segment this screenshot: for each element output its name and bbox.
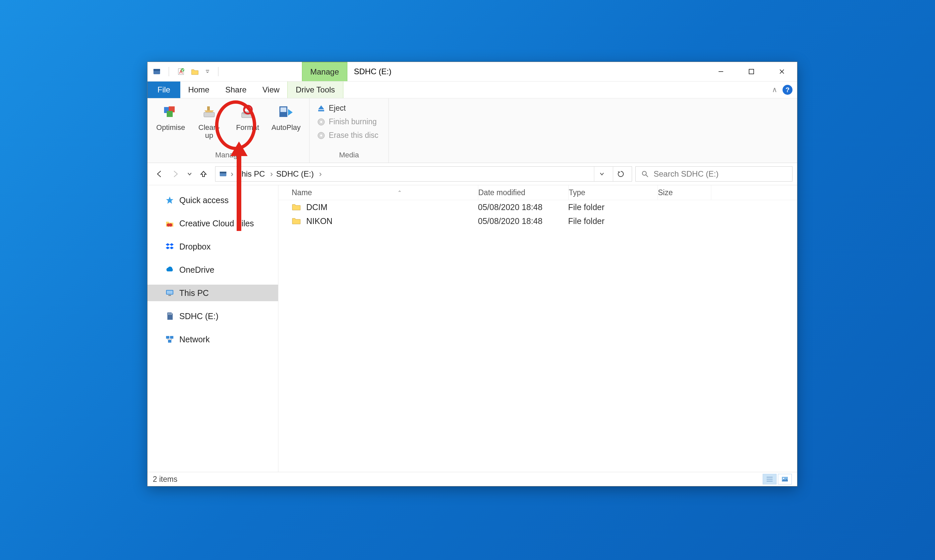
up-button[interactable] xyxy=(196,166,211,182)
eject-button[interactable]: Eject xyxy=(314,102,384,114)
star-icon xyxy=(165,195,175,205)
file-list[interactable]: DCIM 05/08/2020 18:48 File folder NIKON … xyxy=(279,200,797,472)
disc-burn-icon xyxy=(317,118,325,126)
svg-point-25 xyxy=(169,223,173,227)
column-name[interactable]: Name⌃ xyxy=(292,185,478,200)
close-button[interactable] xyxy=(767,62,797,81)
quick-access-toolbar xyxy=(148,62,226,81)
content-pane: Name⌃ Date modified Type Size DCIM 05/08… xyxy=(279,185,797,472)
address-bar: › This PC› SDHC (E:)› Search SDHC (E:) xyxy=(148,163,797,185)
svg-point-39 xyxy=(783,478,784,479)
svg-point-19 xyxy=(320,135,322,137)
recent-locations-button[interactable] xyxy=(185,166,194,182)
ribbon-group-label: Manage xyxy=(215,149,242,162)
search-icon xyxy=(641,170,649,178)
file-row[interactable]: NIKON 05/08/2020 18:48 File folder xyxy=(279,214,797,228)
svg-rect-33 xyxy=(170,336,173,338)
disc-erase-icon xyxy=(317,131,325,140)
window-title: SDHC (E:) xyxy=(347,62,705,81)
context-tab-manage[interactable]: Manage xyxy=(302,62,347,81)
minimize-button[interactable] xyxy=(705,62,736,81)
properties-icon[interactable] xyxy=(176,67,186,76)
file-date: 05/08/2020 18:48 xyxy=(478,216,568,226)
tab-share[interactable]: Share xyxy=(217,82,254,98)
file-row[interactable]: DCIM 05/08/2020 18:48 File folder xyxy=(279,200,797,214)
cleanup-button[interactable]: Clean- up xyxy=(191,100,228,140)
svg-rect-21 xyxy=(220,172,226,173)
finish-burning-button: Finish burning xyxy=(314,116,384,128)
maximize-button[interactable] xyxy=(736,62,767,81)
nav-dropbox[interactable]: Dropbox xyxy=(148,238,278,255)
column-type[interactable]: Type xyxy=(569,185,658,200)
ribbon: Optimise Clean- up Format AutoPlay Manag… xyxy=(148,98,797,163)
nav-onedrive[interactable]: OneDrive xyxy=(148,262,278,278)
network-icon xyxy=(165,334,175,344)
crumb-this-pc[interactable]: This PC› xyxy=(237,169,273,178)
svg-rect-8 xyxy=(167,111,173,117)
navigation-pane: Quick access Creative Cloud Files Dropbo… xyxy=(148,185,279,472)
file-name: DCIM xyxy=(306,203,478,212)
nav-network[interactable]: Network xyxy=(148,331,278,348)
nav-quick-access[interactable]: Quick access xyxy=(148,192,278,208)
creative-cloud-icon xyxy=(165,218,175,228)
eject-icon xyxy=(317,104,325,113)
tab-home[interactable]: Home xyxy=(180,82,217,98)
tab-drive-tools[interactable]: Drive Tools xyxy=(287,82,343,98)
svg-rect-1 xyxy=(154,69,160,71)
nav-sdhc[interactable]: SDHC (E:) xyxy=(148,308,278,325)
this-pc-icon xyxy=(165,288,175,298)
new-folder-icon[interactable] xyxy=(190,67,200,76)
folder-icon xyxy=(292,202,302,212)
minimize-ribbon-icon[interactable]: ∧ xyxy=(772,86,777,94)
tab-view[interactable]: View xyxy=(254,82,288,98)
nav-this-pc[interactable]: This PC xyxy=(148,285,278,301)
app-icon xyxy=(152,67,162,76)
onedrive-icon xyxy=(165,265,175,275)
svg-rect-5 xyxy=(749,69,754,74)
details-view-button[interactable] xyxy=(762,474,776,485)
svg-rect-9 xyxy=(204,112,214,117)
svg-rect-29 xyxy=(168,313,169,315)
refresh-button[interactable] xyxy=(613,167,628,181)
file-type: File folder xyxy=(568,203,657,212)
ribbon-group-media: Eject Finish burning Erase this disc Med… xyxy=(310,98,389,163)
thumbnails-view-button[interactable] xyxy=(778,474,792,485)
autoplay-button[interactable]: AutoPlay xyxy=(268,100,305,132)
search-input[interactable]: Search SDHC (E:) xyxy=(635,166,792,182)
sd-card-icon xyxy=(165,311,175,321)
customize-qat-icon[interactable] xyxy=(204,67,211,76)
titlebar: Manage SDHC (E:) xyxy=(148,62,797,82)
svg-rect-14 xyxy=(280,108,287,112)
svg-rect-28 xyxy=(168,295,171,296)
back-button[interactable] xyxy=(151,166,167,182)
item-count: 2 items xyxy=(153,475,177,484)
svg-rect-30 xyxy=(170,313,170,315)
optimise-button[interactable]: Optimise xyxy=(152,100,189,132)
folder-icon xyxy=(292,216,302,226)
nav-creative-cloud[interactable]: Creative Cloud Files xyxy=(148,215,278,232)
svg-rect-31 xyxy=(171,313,172,315)
column-size[interactable]: Size xyxy=(658,185,711,200)
format-icon xyxy=(238,103,257,122)
tab-file[interactable]: File xyxy=(148,82,180,98)
column-date-modified[interactable]: Date modified xyxy=(478,185,569,200)
drive-icon xyxy=(219,170,227,178)
svg-rect-32 xyxy=(166,336,169,338)
file-name: NIKON xyxy=(306,216,478,226)
forward-button[interactable] xyxy=(168,166,183,182)
breadcrumb[interactable]: › This PC› SDHC (E:)› xyxy=(215,166,632,182)
column-headers: Name⌃ Date modified Type Size xyxy=(279,185,797,200)
address-dropdown-icon[interactable] xyxy=(594,167,610,181)
cleanup-icon xyxy=(200,103,219,122)
format-button[interactable]: Format xyxy=(229,100,266,132)
sort-indicator-icon: ⌃ xyxy=(397,189,402,196)
erase-disc-button: Erase this disc xyxy=(314,129,384,141)
svg-line-23 xyxy=(646,175,648,177)
help-icon[interactable]: ? xyxy=(783,85,792,95)
dropbox-icon xyxy=(165,242,175,251)
file-explorer-window: Manage SDHC (E:) File Home Share View Dr… xyxy=(147,62,798,486)
crumb-sdhc[interactable]: SDHC (E:)› xyxy=(276,169,322,178)
status-bar: 2 items xyxy=(148,472,797,486)
svg-point-22 xyxy=(642,171,646,175)
svg-rect-27 xyxy=(167,291,173,294)
